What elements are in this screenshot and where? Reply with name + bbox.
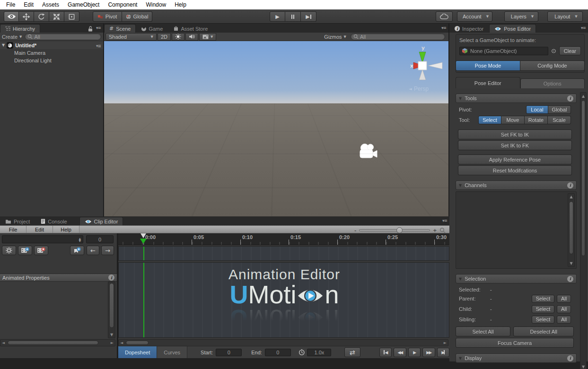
shading-dropdown[interactable]: Shaded ▼ [105, 33, 157, 41]
menu-item-help[interactable]: Help [170, 1, 191, 8]
sibling-all-button[interactable]: All [557, 316, 571, 324]
start-field[interactable]: 0 [216, 349, 242, 356]
cloud-button[interactable] [436, 11, 453, 22]
previous-frame-button[interactable]: ◀◀ [394, 348, 406, 357]
timeline-ruler[interactable]: 0:00 0:05 0:10 0:15 0:20 0:25 0:30 [118, 233, 449, 245]
orientation-gizmo[interactable]: y x [401, 44, 444, 87]
info-icon[interactable]: i [567, 182, 573, 189]
go-to-end-button[interactable]: ▶ [437, 348, 449, 357]
tool-select-button[interactable]: Select [478, 116, 501, 124]
scrollbar-thumb[interactable] [581, 100, 585, 256]
rotate-tool-button[interactable] [34, 11, 49, 22]
zoom-out-label[interactable]: - [354, 227, 356, 234]
parent-select-button[interactable]: Select [532, 295, 554, 303]
menu-item-window[interactable]: Window [141, 1, 170, 8]
foldout-open-icon[interactable]: ▼ [459, 96, 462, 101]
selection-section-header[interactable]: ▼ Selection i [456, 274, 577, 283]
panel-menu-icon[interactable]: ▾≡ [96, 26, 101, 30]
clip-menu-edit[interactable]: Edit [26, 226, 53, 233]
display-section-header[interactable]: ▼ Display i [456, 353, 577, 363]
scroll-right-icon[interactable]: ► [111, 340, 114, 346]
menu-item-edit[interactable]: Edit [19, 1, 38, 8]
tool-move-button[interactable]: Move [501, 116, 525, 124]
frame-number-field[interactable]: 0 [86, 235, 114, 243]
settings-button[interactable] [2, 246, 16, 255]
scale-tool-button[interactable] [49, 11, 64, 22]
menu-item-assets[interactable]: Assets [38, 1, 63, 8]
playhead-marker-icon[interactable] [140, 239, 147, 244]
persp-label[interactable]: ◄ Persp [409, 86, 429, 92]
menu-item-file[interactable]: File [2, 1, 19, 8]
tools-section-header[interactable]: ▼ Tools i [456, 94, 577, 103]
info-icon[interactable]: i [567, 355, 573, 361]
rect-tool-button[interactable] [64, 11, 79, 22]
clip-selector-dropdown[interactable]: ▲▼ [2, 235, 83, 243]
set-fk-to-ik-button[interactable]: Set FK to IK [458, 129, 572, 139]
channels-list[interactable]: ▲ ▼ [456, 191, 577, 269]
pause-button[interactable] [285, 11, 301, 22]
go-to-start-button[interactable]: ◀ [379, 348, 392, 357]
tab-asset-store[interactable]: Asset Store [168, 24, 213, 33]
zoom-slider-track[interactable] [359, 229, 430, 232]
view-tool-button[interactable] [4, 11, 19, 22]
playhead-line[interactable] [143, 263, 144, 337]
pose-mode-button[interactable]: Pose Mode [456, 60, 520, 71]
subtab-options[interactable]: Options [520, 78, 585, 88]
scroll-right-icon[interactable]: ► [444, 340, 447, 346]
playback-speed-field[interactable]: 1.0x [307, 349, 331, 356]
next-keyframe-button[interactable]: → [101, 246, 114, 255]
panel-menu-icon[interactable]: ▾≡ [442, 218, 447, 223]
tool-rotate-button[interactable]: Rotate [525, 116, 548, 124]
move-tool-button[interactable] [19, 11, 34, 22]
2d-toggle-button[interactable]: 2D [158, 33, 171, 41]
foldout-open-icon[interactable]: ▼ [459, 356, 462, 360]
scene-search-input[interactable]: All [351, 33, 445, 40]
timeline-h-scrollbar[interactable]: ◄ ► [118, 339, 448, 346]
select-all-button[interactable]: Select All [456, 326, 510, 336]
sibling-select-button[interactable]: Select [532, 316, 554, 324]
scroll-down-icon[interactable]: ▼ [108, 333, 115, 337]
scrollbar-thumb[interactable] [109, 283, 114, 328]
subtab-pose-editor[interactable]: Pose Editor [456, 77, 520, 88]
pivot-local-button[interactable]: Local [526, 105, 548, 114]
tab-game[interactable]: Game [136, 24, 168, 33]
hierarchy-search-input[interactable]: All [25, 33, 101, 40]
scroll-up-icon[interactable]: ▲ [568, 195, 574, 199]
layout-dropdown[interactable]: Layout ▼ [547, 11, 583, 22]
clear-button[interactable]: Clear [559, 46, 581, 55]
set-ik-to-fk-button[interactable]: Set IK to FK [458, 140, 572, 150]
pivot-toggle-button[interactable]: Pivot [93, 11, 122, 22]
tab-scene[interactable]: # Scene [104, 24, 136, 33]
zoom-in-label[interactable]: + [433, 227, 437, 234]
curves-tab[interactable]: Curves [157, 346, 187, 358]
end-field[interactable]: 0 [265, 349, 291, 356]
effects-dropdown[interactable]: ▼ [199, 33, 216, 41]
foldout-open-icon[interactable]: ▼ [459, 277, 462, 281]
panel-menu-icon[interactable]: ▾≡ [581, 26, 586, 30]
scroll-up-icon[interactable]: ▲ [580, 94, 586, 98]
reset-modifications-button[interactable]: Reset Modifcations [458, 165, 572, 175]
playhead-handle-icon[interactable] [140, 233, 146, 238]
pose-panel-scrollbar[interactable]: ▲ ▼ [580, 92, 587, 369]
dopesheet-tab[interactable]: Dopesheet [118, 346, 157, 358]
clip-menu-file[interactable]: File [0, 226, 26, 233]
channels-section-header[interactable]: ▼ Channels i [456, 180, 577, 190]
properties-h-scrollbar[interactable]: ◄ ► [0, 339, 115, 346]
gizmos-dropdown[interactable]: Gizmos ▼ [321, 33, 350, 41]
parent-all-button[interactable]: All [557, 295, 571, 303]
scrollbar-thumb[interactable] [569, 201, 573, 254]
apply-reference-pose-button[interactable]: Apply Reference Pose [458, 154, 572, 164]
lighting-toggle-button[interactable] [172, 33, 184, 41]
tab-project[interactable]: Project [0, 217, 35, 225]
foldout-open-icon[interactable]: ▼ [459, 183, 462, 188]
playhead-line[interactable] [143, 247, 144, 260]
step-button[interactable]: ▶ [301, 11, 316, 22]
scroll-down-icon[interactable]: ▼ [580, 365, 586, 369]
audio-toggle-button[interactable] [185, 33, 198, 41]
info-icon[interactable]: i [567, 95, 573, 102]
delete-clip-button[interactable] [34, 246, 48, 255]
create-dropdown[interactable]: Create ▼ [2, 34, 22, 40]
scrollbar-thumb[interactable] [126, 341, 149, 345]
foldout-open-icon[interactable]: ▼ [2, 43, 5, 47]
tab-hierarchy[interactable]: Hierarchy [0, 24, 40, 33]
